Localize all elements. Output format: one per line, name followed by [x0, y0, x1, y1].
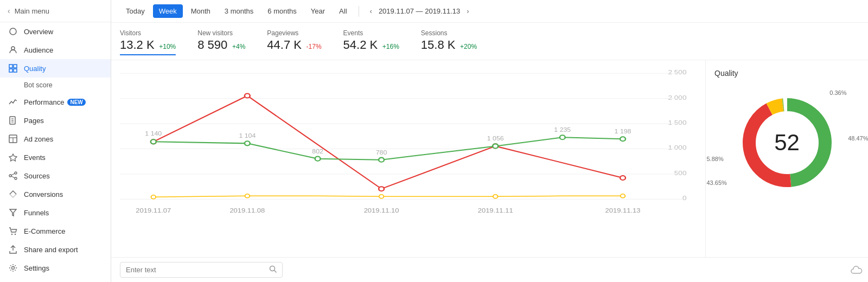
stat-visitors: Visitors 13.2 K +10%	[120, 29, 176, 55]
stat-sessions-change: +20%	[460, 43, 477, 50]
search-icon[interactable]	[269, 265, 277, 274]
stat-sessions-label: Sessions	[421, 29, 477, 37]
search-input-wrap[interactable]	[120, 262, 283, 278]
next-date-arrow[interactable]: ›	[463, 6, 472, 16]
sidebar-item-conversions[interactable]: Conversions	[0, 185, 111, 203]
cloud-icon[interactable]	[851, 264, 863, 277]
svg-rect-3	[14, 65, 17, 68]
time-btn-6months[interactable]: 6 months	[261, 4, 302, 18]
donut-chart-wrap: 52 48.47% 43.65% 5.88% 0.36%	[733, 88, 841, 197]
layout-icon	[8, 134, 18, 143]
time-btn-today[interactable]: Today	[120, 4, 151, 18]
svg-point-1	[11, 47, 15, 50]
svg-point-0	[10, 28, 16, 35]
sidebar-label-audience: Audience	[24, 46, 53, 54]
sidebar-label-conversions: Conversions	[24, 190, 63, 198]
sidebar-item-overview[interactable]: Overview	[0, 22, 111, 41]
event-icon	[8, 153, 18, 162]
sidebar-item-ecommerce[interactable]: E-Commerce	[0, 222, 111, 240]
label-1104: 1 104	[239, 133, 256, 139]
donut-label-0: 0.36%	[829, 89, 846, 96]
line-chart: 2 500 2 000 1 500 1 000 500 0	[120, 66, 697, 235]
new-badge: NEW	[67, 99, 85, 106]
chart-container: 2 500 2 000 1 500 1 000 500 0	[111, 60, 705, 257]
yellow-dot-4	[621, 194, 626, 198]
time-btn-all[interactable]: All	[333, 4, 353, 18]
quality-panel-title: Quality	[714, 69, 738, 78]
label-1235: 1 235	[554, 127, 571, 133]
yellow-dot-0	[151, 195, 156, 199]
time-divider	[359, 6, 359, 17]
sidebar-item-quality[interactable]: Quality	[0, 59, 111, 78]
main-content: Today Week Month 3 months 6 months Year …	[111, 0, 868, 282]
sidebar-item-performance[interactable]: Performance NEW	[0, 93, 111, 111]
sidebar-item-settings[interactable]: Settings	[0, 259, 111, 277]
cart-icon	[8, 227, 18, 235]
svg-marker-13	[9, 154, 17, 161]
stat-visitors-label: Visitors	[120, 29, 176, 37]
stat-events-change: +16%	[382, 43, 399, 50]
y-label-2000: 2 000	[668, 94, 686, 101]
sidebar-label-events: Events	[24, 153, 46, 162]
svg-line-29	[275, 271, 277, 273]
export-icon	[8, 245, 18, 254]
share-icon	[8, 171, 18, 180]
sidebar-label-pages: Pages	[24, 117, 44, 125]
y-label-0: 0	[682, 195, 687, 202]
sidebar-label-share-export: Share and export	[24, 246, 78, 254]
svg-rect-2	[9, 65, 12, 68]
svg-rect-4	[9, 69, 12, 72]
sidebar-label-ecommerce: E-Commerce	[24, 227, 66, 235]
gear-icon	[8, 264, 18, 272]
y-label-1000: 1 000	[668, 145, 686, 152]
search-bar	[111, 257, 868, 282]
yellow-line	[154, 196, 623, 197]
sidebar-item-events[interactable]: Events	[0, 148, 111, 166]
svg-point-14	[15, 172, 17, 174]
stat-sessions: Sessions 15.8 K +20%	[421, 29, 477, 55]
yellow-dot-2	[379, 195, 384, 198]
person-icon	[8, 46, 18, 54]
sidebar-item-funnels[interactable]: Funnels	[0, 203, 111, 222]
y-label-500: 500	[674, 170, 687, 177]
green-dot-5	[560, 135, 565, 139]
sidebar-item-pages[interactable]: Pages	[0, 111, 111, 130]
chart-icon	[8, 98, 18, 106]
doc-icon	[8, 116, 18, 125]
sidebar-label-ad-zones: Ad zones	[24, 135, 53, 143]
sidebar-item-sources[interactable]: Sources	[0, 166, 111, 185]
prev-date-arrow[interactable]: ‹	[367, 6, 375, 16]
red-dot-4	[620, 176, 626, 180]
x-label-1108: 2019.11.08	[229, 207, 265, 214]
sidebar-item-share-export[interactable]: Share and export	[0, 240, 111, 259]
time-btn-year[interactable]: Year	[305, 4, 331, 18]
green-dot-3	[379, 158, 384, 162]
stat-pageviews-value: 44.7 K	[267, 38, 302, 52]
search-input[interactable]	[126, 266, 269, 274]
sidebar: ‹ Main menu Overview Audience Quality Bo…	[0, 0, 111, 282]
main-menu-item[interactable]: ‹ Main menu	[0, 0, 111, 22]
stat-visitors-change: +10%	[159, 43, 176, 50]
sidebar-label-sources: Sources	[24, 172, 50, 180]
stat-events-label: Events	[343, 29, 399, 37]
label-780: 780	[376, 150, 387, 156]
sidebar-label-overview: Overview	[24, 28, 53, 36]
time-btn-month[interactable]: Month	[185, 4, 216, 18]
sidebar-item-bot-score[interactable]: Bot score	[0, 78, 111, 93]
green-dot-6	[620, 137, 626, 141]
svg-point-15	[9, 175, 11, 177]
stat-visitors-underline	[120, 54, 176, 55]
green-dot-2	[315, 157, 321, 161]
time-btn-3months[interactable]: 3 months	[219, 4, 259, 18]
stat-new-visitors-value: 8 590	[197, 38, 227, 52]
chart-area: 2 500 2 000 1 500 1 000 500 0	[111, 60, 868, 257]
stat-new-visitors: New visitors 8 590 +4%	[197, 29, 245, 55]
sidebar-item-ad-zones[interactable]: Ad zones	[0, 130, 111, 148]
label-1198: 1 198	[615, 129, 631, 134]
svg-point-19	[11, 234, 12, 235]
time-btn-week[interactable]: Week	[153, 4, 183, 18]
stat-new-visitors-change: +4%	[232, 43, 245, 50]
sidebar-item-audience[interactable]: Audience	[0, 41, 111, 59]
svg-rect-5	[14, 69, 17, 72]
funnel-icon	[8, 208, 18, 217]
